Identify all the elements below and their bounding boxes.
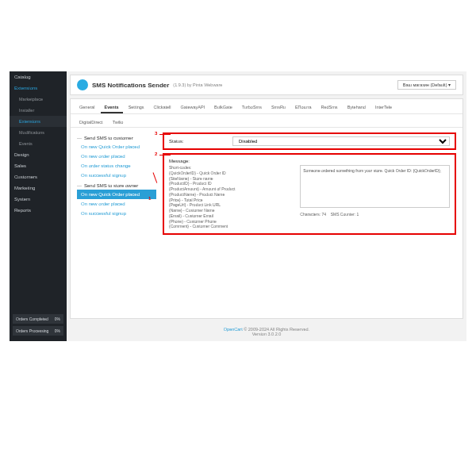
page-title: SMS Notifications Sender [92,82,169,89]
nav-ext-list[interactable]: Extensions [10,116,67,127]
ev-cust-quickorder[interactable]: On new Quick Order placed [77,142,156,152]
tab-smsru[interactable]: SmsRu [267,102,290,113]
arrow-line-icon [159,155,171,155]
settings-tabs: General Events Settings Clickatell Gatew… [71,99,463,114]
tab-turbosms[interactable]: TurboSms [238,102,266,113]
nav-extensions[interactable]: Extensions [10,83,67,94]
tab-bulkgate[interactable]: BulkGate [210,102,236,113]
tab-twilio[interactable]: Twilio [109,117,128,127]
nav-sales[interactable]: Sales [10,160,67,171]
char-counter: Characters: 74 SMS Counter: 1 [300,212,450,217]
stat-orders-processing: Orders Processing0% [13,326,63,336]
nav-installer[interactable]: Installer [10,105,67,116]
message-box: Message: Short-codes:{QuickOrderID} - Qu… [163,153,456,235]
section-customer: Send SMS to customer [77,136,156,140]
nav-modifications[interactable]: Modifications [10,127,67,138]
admin-sidebar: Catalog Extensions Marketplace Installer… [10,71,67,341]
chevron-down-icon: ▾ [448,83,451,87]
tab-eposhta[interactable]: EПошта [291,102,316,113]
footer-version: Version 3.0.2.0 [252,332,282,336]
message-textarea[interactable] [300,165,450,208]
status-label: Status: [169,139,225,144]
shortcodes-list: Short-codes:{QuickOrderID} - Quick Order… [169,165,294,229]
status-row: Status: Disabled [163,132,456,150]
tab-digitaldirect[interactable]: DigitalDirect [75,117,107,127]
nav-events[interactable]: Events [10,138,67,149]
ev-cust-signup[interactable]: On successful signup [77,171,156,180]
tab-bytehand[interactable]: Bytehand [344,102,370,113]
tab-redsms[interactable]: RedSms [317,102,342,113]
nav-customers[interactable]: Customers [10,171,67,182]
ev-owner-signup[interactable]: On successful signup [77,209,156,218]
events-list: Send SMS to customer On new Quick Order … [77,132,156,313]
page-header: SMS Notifications Sender (1.9.3) by Pint… [70,75,463,95]
arrow-line-icon [159,134,171,135]
nav-design[interactable]: Design [10,149,67,160]
page-version: (1.9.3) by Pinta Webware [173,83,222,87]
tab-gatewayapi[interactable]: GatewayAPI [177,102,209,113]
tab-general[interactable]: General [75,102,99,113]
ev-cust-statuschange[interactable]: On order status change [77,161,156,171]
footer: OpenCart © 2009-2024 All Rights Reserved… [67,322,466,341]
module-icon [77,79,88,90]
nav-catalog[interactable]: Catalog [10,71,67,83]
section-owner: Send SMS to store owner [77,183,156,188]
store-selector[interactable]: Ваш магазин (Default) ▾ [397,80,456,90]
nav-reports[interactable]: Reports [10,205,67,216]
ev-owner-quickorder[interactable]: On new Quick Order placed [77,190,156,199]
nav-marketplace[interactable]: Marketplace [10,94,67,105]
nav-system[interactable]: System [10,194,67,205]
ev-cust-neworder[interactable]: On new order placed [77,152,156,161]
stat-orders-completed: Orders Completed0% [13,314,63,324]
tab-intertele[interactable]: InterTele [371,102,396,113]
tab-events[interactable]: Events [101,102,123,113]
nav-marketing[interactable]: Marketing [10,182,67,194]
tab-settings[interactable]: Settings [125,102,148,113]
ev-owner-neworder[interactable]: On new order placed [77,199,156,209]
tab-clickatell[interactable]: Clickatell [150,102,175,113]
footer-brand-link[interactable]: OpenCart [224,327,243,332]
message-label: Message: [169,159,450,163]
status-select[interactable]: Disabled [232,136,450,146]
